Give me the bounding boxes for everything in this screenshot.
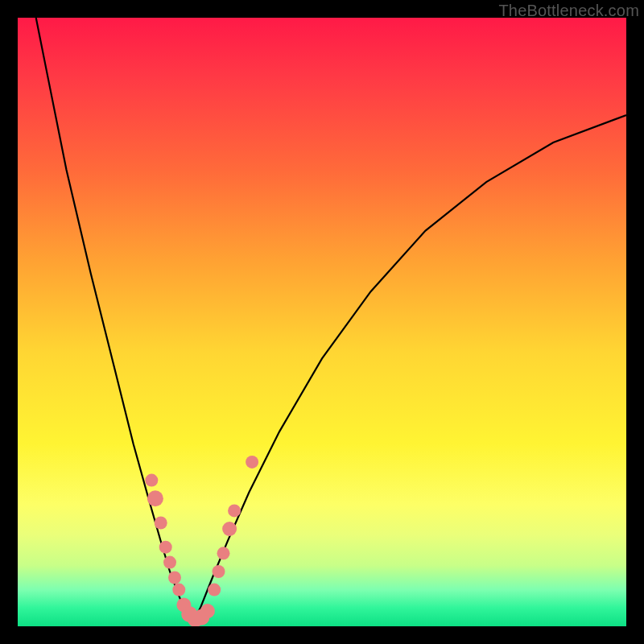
marker-right-cluster <box>228 504 241 517</box>
marker-left-cluster <box>159 541 172 554</box>
data-markers <box>145 456 258 626</box>
plot-svg <box>18 18 626 626</box>
marker-left-cluster <box>147 490 163 506</box>
left-curve-path <box>36 18 192 623</box>
marker-right-outlier <box>246 456 258 469</box>
marker-left-cluster <box>145 474 158 487</box>
marker-left-cluster <box>163 556 176 569</box>
marker-bottom-cluster <box>200 604 215 618</box>
marker-right-cluster <box>208 584 221 597</box>
marker-left-cluster <box>172 584 185 597</box>
chart-frame: TheBottleneck.com <box>0 0 644 644</box>
marker-left-cluster <box>168 572 181 584</box>
marker-right-cluster <box>217 547 230 559</box>
right-curve-path <box>192 115 627 623</box>
marker-right-cluster <box>222 522 237 536</box>
marker-right-cluster <box>213 565 225 578</box>
marker-left-cluster <box>155 517 167 530</box>
watermark-text: TheBottleneck.com <box>498 2 639 20</box>
curve-lines <box>36 18 626 623</box>
plot-area <box>18 18 626 626</box>
